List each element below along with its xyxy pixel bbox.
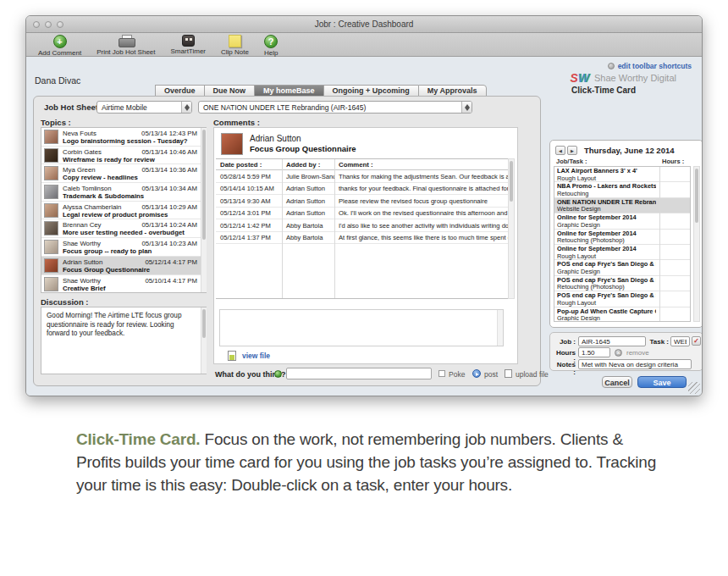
view-file-link[interactable]: view file: [228, 351, 270, 361]
discussion-label: Discussion :: [41, 297, 89, 307]
notes-field[interactable]: [578, 359, 692, 369]
topic-row[interactable]: Caleb Tomlinson 05/13/14 10:34 AM Tradem…: [41, 183, 206, 202]
time-card-date: Thursday, June 12 2014: [584, 146, 675, 155]
post-icon[interactable]: [472, 369, 481, 378]
topic-author: Adrian Sutton: [63, 258, 102, 266]
avatar: [44, 258, 58, 273]
edit-toolbar-shortcuts-link[interactable]: edit toolbar shortcuts: [608, 62, 692, 70]
help-icon: ?: [264, 35, 278, 48]
task-row[interactable]: Pop-up Ad When Castle Capture Game is L …: [554, 307, 690, 322]
topic-row[interactable]: Brennan Cey 05/13/14 10:24 AM More user …: [41, 219, 206, 238]
task-row[interactable]: POS end cap Frye's San Diego & San Marco…: [554, 291, 690, 307]
task-row[interactable]: Online for September 2014 Retouching (Ph…: [554, 230, 690, 245]
topic-row[interactable]: Alyssa Chamberlain 05/13/14 10:29 AM Leg…: [41, 202, 206, 220]
time-card-scrollbar[interactable]: [693, 166, 700, 322]
client-dropdown[interactable]: Airtime Mobile: [97, 101, 192, 114]
task-name: Rough Layout: [557, 175, 656, 183]
cancel-button[interactable]: Cancel: [602, 376, 632, 388]
brand-logo: SW Shae Worthy Digital: [570, 71, 676, 85]
task-field[interactable]: [670, 336, 690, 346]
topic-author: Caleb Tomlinson: [63, 185, 112, 192]
task-job-name: ONE NATION UNDER LTE Rebranding: [557, 199, 656, 207]
scrollbar-thumb[interactable]: [510, 161, 513, 202]
topic-row[interactable]: Mya Green 05/13/14 10:36 AM Copy review …: [41, 164, 206, 183]
post-label[interactable]: post: [484, 370, 498, 379]
task-lookup-icon[interactable]: ✓: [692, 336, 701, 346]
hours-field[interactable]: [578, 347, 610, 357]
add-icon[interactable]: [274, 370, 282, 378]
topic-row[interactable]: Shae Worthy 05/10/14 4:17 PM Creative Br…: [41, 275, 206, 294]
scrollbar-thumb[interactable]: [202, 309, 206, 338]
task-row[interactable]: ONE NATION UNDER LTE Rebranding Website …: [554, 198, 690, 213]
scrollbar-thumb[interactable]: [695, 169, 698, 223]
sw-logo-icon: SW: [570, 71, 589, 85]
caption-heading: Click-Time Card.: [76, 430, 200, 448]
task-row[interactable]: LAX Airport Banners 3' x 4' Rough Layout: [554, 167, 690, 182]
gear-icon: [608, 63, 615, 69]
previous-day-button[interactable]: ◀: [555, 146, 565, 155]
topic-datetime: 05/13/14 10:23 AM: [142, 240, 197, 247]
homebase-panel: Job Hot Sheet : Airtime Mobile ONE NATIO…: [33, 96, 541, 386]
topic-row[interactable]: Corbin Gates 05/13/14 10:46 AM Wireframe…: [41, 147, 206, 165]
comments-scrollbar[interactable]: [508, 158, 515, 299]
job-field[interactable]: [578, 336, 646, 346]
time-entry-form: Job : Task : ✓ Hours : × remove Notes :: [549, 332, 703, 371]
discussion-text: Good Morning! The Airtime LTE focus grou…: [41, 307, 207, 374]
task-row[interactable]: Online for September 2014 Graphic Design: [554, 213, 690, 229]
comment-row[interactable]: 05/13/14 9:30 AM Adrian Sutton Please re…: [216, 195, 509, 208]
topic-datetime: 05/13/14 10:46 AM: [142, 148, 197, 156]
smarttimer-button[interactable]: SmartTimer: [171, 35, 206, 55]
upload-file-label[interactable]: upload file: [516, 370, 549, 379]
add-comment-button[interactable]: + Add Comment: [38, 35, 81, 57]
task-row[interactable]: POS end cap Frye's San Diego & San Marco…: [554, 260, 690, 275]
topics-scrollbar[interactable]: [201, 128, 207, 292]
scrollbar-thumb[interactable]: [202, 130, 206, 240]
topic-row[interactable]: Adrian Sutton 05/12/14 4:17 PM Focus Gro…: [41, 257, 206, 275]
remove-label[interactable]: remove: [626, 349, 649, 357]
tab[interactable]: My Approvals: [418, 85, 487, 97]
upload-file-icon[interactable]: [505, 369, 512, 378]
comment-row[interactable]: 05/14/14 10:15 AM Adrian Sutton thanks f…: [216, 183, 509, 196]
topic-row[interactable]: Shae Worthy 05/13/14 10:23 AM Focus grou…: [41, 238, 206, 257]
print-job-hot-sheet-button[interactable]: Print Job Hot Sheet: [97, 35, 155, 56]
poke-checkbox[interactable]: [438, 370, 445, 377]
comments-label: Comments :: [213, 118, 260, 127]
task-name: Rough Layout: [557, 253, 656, 261]
topic-author: Brennan Cey: [63, 221, 102, 229]
task-job-name: POS end cap Frye's San Diego & San Marco…: [557, 261, 656, 269]
tab[interactable]: Due Now: [204, 85, 255, 97]
title-bar[interactable]: Jobr : Creative Dashboard: [26, 16, 702, 33]
help-button[interactable]: ? Help: [264, 35, 278, 57]
add-comment-icon: +: [53, 35, 67, 48]
clip-note-button[interactable]: Clip Note: [221, 35, 249, 56]
comment-row[interactable]: 05/12/14 1:42 PM Abby Bartola I'd also l…: [216, 219, 509, 232]
task-row[interactable]: Online for September 2014 Rough Layout: [554, 245, 690, 260]
task-job-name: POS end cap Frye's San Diego & San Marco…: [557, 292, 656, 300]
topic-author: Corbin Gates: [63, 148, 102, 156]
tab[interactable]: Ongoing + Upcoming: [323, 85, 418, 97]
tab[interactable]: My homeBase: [254, 85, 323, 97]
task-row[interactable]: POS end cap Frye's San Diego & San Marco…: [554, 276, 690, 291]
comment-input[interactable]: [286, 368, 432, 379]
tab[interactable]: Overdue: [155, 85, 204, 97]
comment-row[interactable]: 05/28/14 5:59 PM Julie Brown-Sanchez Tha…: [216, 170, 509, 183]
comments-rows: 05/28/14 5:59 PM Julie Brown-Sanchez Tha…: [216, 170, 509, 244]
save-button[interactable]: Save: [637, 376, 687, 388]
task-name: Website Design: [557, 206, 656, 213]
job-dropdown[interactable]: ONE NATION UNDER LTE Rebranding (AIR-164…: [198, 101, 472, 114]
comment-row[interactable]: 05/12/14 1:37 PM Abby Bartola At first g…: [216, 232, 509, 245]
topics-label: Topics :: [41, 118, 71, 127]
topic-datetime: 05/13/14 12:43 PM: [141, 130, 197, 137]
task-row[interactable]: NBA Promo - Lakers and Rockets Retouchin…: [554, 182, 690, 197]
resize-grip[interactable]: [688, 382, 700, 394]
topic-row[interactable]: Neva Fouts 05/13/14 12:43 PM Logo brains…: [41, 128, 206, 147]
comment-text: I'd also like to see another activity wi…: [339, 222, 509, 231]
discussion-scrollbar[interactable]: [201, 307, 207, 374]
preview-scrollbar[interactable]: [497, 310, 503, 346]
comment-row[interactable]: 05/12/14 3:01 PM Adrian Sutton Ok. I'll …: [216, 208, 509, 220]
comment-preview-box[interactable]: [219, 309, 504, 346]
remove-icon[interactable]: ×: [615, 349, 622, 357]
next-day-button[interactable]: ▶: [567, 146, 577, 155]
topic-datetime: 05/12/14 4:17 PM: [145, 258, 197, 266]
timer-icon: [182, 35, 195, 47]
